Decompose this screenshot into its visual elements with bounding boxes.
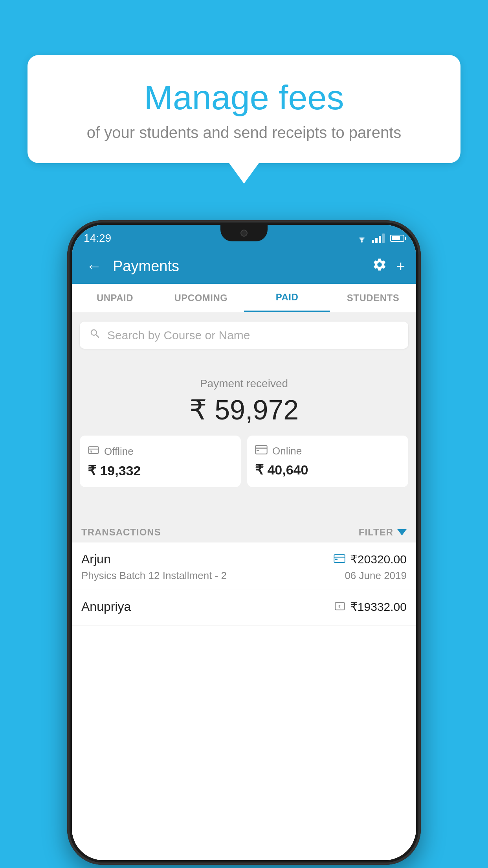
signal-icon [372, 234, 385, 243]
online-card-header: Online [255, 444, 400, 458]
offline-icon: ₹ [88, 444, 99, 459]
app-bar-actions: + [372, 257, 405, 276]
tab-unpaid[interactable]: UNPAID [72, 284, 158, 312]
status-icons [356, 234, 404, 243]
transaction-name: Anupriya [81, 600, 131, 614]
add-button[interactable]: + [396, 258, 405, 275]
settings-button[interactable] [372, 257, 387, 276]
transaction-amount: ₹19332.00 [350, 600, 407, 614]
payment-cards: ₹ Offline ₹ 19,332 [80, 436, 408, 487]
transaction-date: 06 June 2019 [345, 570, 407, 582]
wifi-icon [356, 234, 368, 243]
phone-mockup: 14:29 [67, 220, 421, 865]
search-bar-container: Search by Course or Name [72, 315, 416, 355]
online-payment-icon [334, 554, 345, 565]
transaction-course: Physics Batch 12 Installment - 2 [81, 570, 227, 582]
phone-screen: 14:29 [72, 225, 416, 860]
svg-point-0 [361, 241, 363, 243]
tab-upcoming[interactable]: UPCOMING [158, 284, 244, 312]
svg-text:₹: ₹ [90, 450, 92, 454]
transaction-amount: ₹20320.00 [350, 552, 407, 566]
search-icon [89, 328, 101, 342]
offline-card: ₹ Offline ₹ 19,332 [80, 436, 241, 487]
svg-rect-6 [257, 450, 259, 451]
transactions-label: TRANSACTIONS [81, 527, 161, 538]
phone-frame: 14:29 [67, 220, 421, 865]
filter-triangle-icon [397, 529, 407, 535]
app-title: Payments [113, 258, 364, 275]
speech-bubble-subtitle: of your students and send receipts to pa… [47, 124, 441, 142]
svg-text:₹: ₹ [338, 604, 341, 609]
online-icon [255, 444, 268, 458]
transaction-amount-wrap: ₹20320.00 [334, 552, 407, 566]
battery-icon [390, 235, 404, 242]
phone-notch [220, 225, 268, 241]
online-card: Online ₹ 40,640 [247, 436, 408, 487]
transaction-item[interactable]: Anupriya ₹ ₹19332.00 [72, 590, 416, 625]
payment-received-label: Payment received [80, 377, 408, 390]
transaction-name: Arjun [81, 552, 111, 566]
search-placeholder: Search by Course or Name [107, 329, 250, 342]
offline-amount: ₹ 19,332 [88, 463, 233, 478]
camera-notch [240, 230, 248, 237]
svg-rect-9 [335, 559, 338, 560]
tab-students[interactable]: STUDENTS [330, 284, 416, 312]
status-time: 14:29 [84, 232, 111, 245]
transaction-row-bottom: Physics Batch 12 Installment - 2 06 June… [81, 570, 407, 582]
back-button[interactable]: ← [83, 254, 105, 278]
payment-tabs: UNPAID UPCOMING PAID STUDENTS [72, 284, 416, 312]
transaction-list: Arjun ₹20320.00 [72, 542, 416, 860]
transaction-amount-wrap: ₹ ₹19332.00 [334, 600, 407, 614]
transactions-header: TRANSACTIONS FILTER [72, 520, 416, 545]
search-input[interactable]: Search by Course or Name [80, 322, 408, 349]
filter-label: FILTER [359, 527, 393, 538]
transaction-row-top: Anupriya ₹ ₹19332.00 [81, 600, 407, 614]
offline-card-header: ₹ Offline [88, 444, 233, 459]
online-label: Online [272, 445, 302, 457]
payment-total-amount: ₹ 59,972 [80, 394, 408, 426]
filter-button[interactable]: FILTER [359, 527, 407, 538]
speech-bubble: Manage fees of your students and send re… [28, 55, 460, 163]
offline-payment-icon: ₹ [334, 601, 345, 613]
tab-paid[interactable]: PAID [244, 284, 330, 312]
app-bar: ← Payments + [72, 248, 416, 284]
payment-summary: Payment received ₹ 59,972 ₹ [72, 366, 416, 495]
offline-label: Offline [104, 445, 134, 458]
speech-bubble-title: Manage fees [47, 79, 441, 117]
transaction-row-top: Arjun ₹20320.00 [81, 552, 407, 566]
transaction-item[interactable]: Arjun ₹20320.00 [72, 542, 416, 590]
online-amount: ₹ 40,640 [255, 462, 400, 478]
